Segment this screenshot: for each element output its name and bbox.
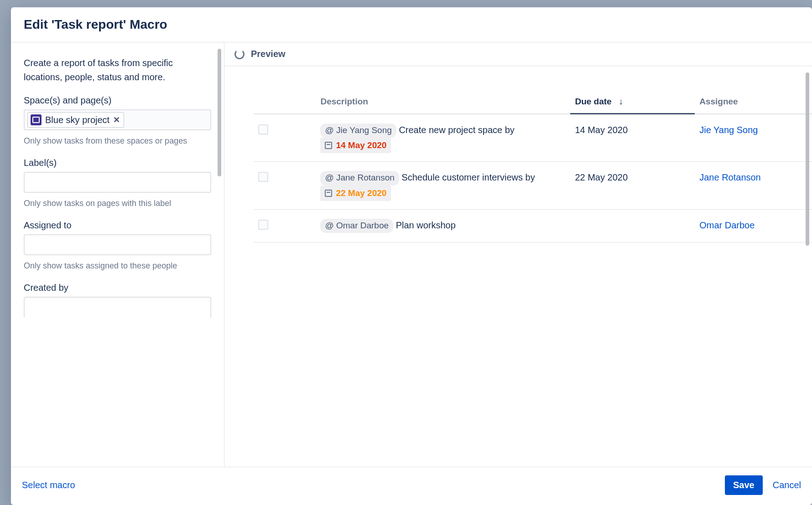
field-created: Created by — [24, 283, 211, 318]
labels-input[interactable] — [24, 172, 211, 193]
select-macro-link[interactable]: Select macro — [22, 480, 75, 490]
dialog-header: Edit 'Task report' Macro — [11, 7, 812, 42]
field-label: Label(s) — [24, 158, 211, 168]
table-row: @ Omar Darboe Plan workshop Omar Darboe — [254, 210, 812, 242]
assignee-link[interactable]: Omar Darboe — [699, 220, 755, 230]
assignee-link[interactable]: Jane Rotanson — [699, 172, 761, 182]
refresh-icon[interactable] — [234, 49, 245, 59]
field-spaces: Space(s) and page(s) Blue sky project ✕ … — [24, 95, 211, 147]
remove-token-icon[interactable]: ✕ — [113, 115, 120, 125]
footer-actions: Save Cancel — [725, 475, 801, 495]
task-description: @ Jie Yang Song Create new project space… — [316, 114, 570, 162]
table-row: @ Jie Yang Song Create new project space… — [254, 114, 812, 162]
date-badge: 22 May 2020 — [320, 186, 391, 201]
calendar-icon — [325, 142, 332, 149]
preview-panel: Preview Description Due date ↓ Assignee — [224, 42, 812, 467]
dialog-title: Edit 'Task report' Macro — [24, 17, 799, 32]
task-checkbox[interactable] — [258, 220, 268, 230]
calendar-icon — [325, 190, 332, 197]
field-label: Created by — [24, 283, 211, 293]
col-due-label: Due date — [575, 97, 611, 106]
field-labels: Label(s) Only show tasks on pages with t… — [24, 158, 211, 209]
field-label: Space(s) and page(s) — [24, 95, 211, 106]
field-label: Assigned to — [24, 220, 211, 231]
preview-body: Description Due date ↓ Assignee — [224, 66, 812, 467]
field-help: Only show tasks from these spaces or pag… — [24, 135, 211, 147]
created-input[interactable] — [24, 297, 211, 318]
save-button[interactable]: Save — [725, 475, 763, 495]
task-checkbox[interactable] — [258, 172, 268, 182]
due-date — [570, 210, 695, 242]
mention[interactable]: @ Jane Rotanson — [320, 171, 399, 185]
task-checkbox[interactable] — [258, 124, 268, 134]
date-badge: 14 May 2020 — [320, 138, 391, 153]
due-date: 22 May 2020 — [570, 162, 695, 210]
mention[interactable]: @ Jie Yang Song — [320, 124, 396, 138]
col-due-date[interactable]: Due date ↓ — [570, 90, 695, 114]
space-token: Blue sky project ✕ — [27, 112, 124, 128]
task-text: Create new project space by — [399, 125, 514, 135]
task-description: @ Jane Rotanson Schedule customer interv… — [316, 162, 570, 210]
sort-down-icon: ↓ — [619, 96, 623, 106]
tasks-table: Description Due date ↓ Assignee — [254, 90, 812, 242]
field-assigned: Assigned to Only show tasks assigned to … — [24, 220, 211, 272]
dialog-body: Create a report of tasks from specific l… — [11, 42, 812, 467]
col-assignee[interactable]: Assignee — [695, 90, 812, 114]
space-icon — [31, 114, 42, 125]
badge-date: 14 May 2020 — [336, 139, 386, 152]
scrollbar[interactable] — [218, 49, 221, 176]
assignee-link[interactable]: Jie Yang Song — [699, 125, 758, 135]
space-token-label: Blue sky project — [45, 115, 109, 125]
task-text: Plan workshop — [396, 220, 456, 230]
scrollbar[interactable] — [806, 72, 809, 246]
assigned-input[interactable] — [24, 234, 211, 255]
edit-macro-dialog: Edit 'Task report' Macro Create a report… — [11, 7, 812, 505]
badge-date: 22 May 2020 — [336, 186, 386, 200]
task-text: Schedule customer interviews by — [401, 172, 535, 182]
mention[interactable]: @ Omar Darboe — [320, 219, 393, 233]
preview-title: Preview — [251, 49, 286, 59]
preview-header: Preview — [224, 42, 812, 66]
table-row: @ Jane Rotanson Schedule customer interv… — [254, 162, 812, 210]
field-help: Only show tasks on pages with this label — [24, 197, 211, 209]
form-panel: Create a report of tasks from specific l… — [11, 42, 224, 467]
field-help: Only show tasks assigned to these people — [24, 260, 211, 272]
task-description: @ Omar Darboe Plan workshop — [316, 210, 570, 242]
cancel-button[interactable]: Cancel — [773, 480, 801, 490]
due-date: 14 May 2020 — [570, 114, 695, 162]
spaces-input[interactable]: Blue sky project ✕ — [24, 109, 211, 130]
col-description[interactable]: Description — [316, 90, 570, 114]
form-intro: Create a report of tasks from specific l… — [24, 56, 211, 84]
dialog-footer: Select macro Save Cancel — [11, 467, 812, 505]
